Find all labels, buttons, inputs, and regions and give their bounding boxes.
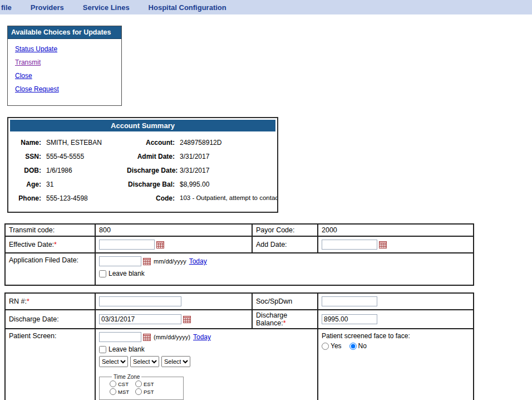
summary-name-label: Name: xyxy=(14,139,41,147)
menu-item-hospital-configuration[interactable]: Hospital Configuration xyxy=(149,3,226,12)
patient-screen-select-1[interactable]: Select xyxy=(99,356,128,367)
discharge-date-cell xyxy=(95,310,252,329)
application-filed-date-row: Application Filed Date: mm/dd/yyyy Today… xyxy=(5,253,474,285)
summary-dob-value: 1/6/1986 xyxy=(46,167,122,174)
leave-blank-label: Leave blank xyxy=(109,345,145,353)
timezone-cst-option[interactable]: CST xyxy=(110,381,135,387)
summary-name-value: SMITH, ESTEBAN xyxy=(46,139,122,147)
calendar-icon[interactable] xyxy=(143,334,151,341)
calendar-icon[interactable] xyxy=(143,258,151,265)
effective-date-row: Effective Date:* Add Date: xyxy=(5,236,474,253)
summary-ssn-value: 555-45-5555 xyxy=(46,153,122,160)
menu-item-service-lines[interactable]: Service Lines xyxy=(83,3,130,12)
available-choices-title: Available Choices for Updates xyxy=(8,26,121,39)
patient-screen-label: Patient Screen: xyxy=(5,329,95,400)
transmit-code-row: Transmit code: 800 Payor Code: 2000 xyxy=(5,224,474,236)
timezone-est-radio[interactable] xyxy=(135,381,142,387)
discharge-date-input[interactable] xyxy=(99,314,181,324)
patient-screen-date-input[interactable] xyxy=(99,332,141,342)
summary-admit-date-label: Admit Date: xyxy=(127,153,175,160)
link-close[interactable]: Close xyxy=(15,72,121,80)
soc-spdwn-input[interactable] xyxy=(322,296,377,306)
payor-code-label: Payor Code: xyxy=(252,224,318,236)
discharge-row: Discharge Date: Discharge Balance:* xyxy=(5,310,474,329)
summary-code-label: Code: xyxy=(127,194,175,202)
timezone-est-option[interactable]: EST xyxy=(135,381,161,387)
timezone-pst-radio[interactable] xyxy=(135,388,142,395)
account-summary-title: Account Summary xyxy=(10,120,275,131)
timezone-mst-radio[interactable] xyxy=(110,388,116,395)
time-zone-legend: Time Zone xyxy=(112,374,141,380)
application-filed-date-input[interactable] xyxy=(99,256,141,266)
summary-phone-value: 555-123-4598 xyxy=(46,194,122,202)
application-filed-today-link[interactable]: Today xyxy=(189,257,207,265)
summary-account-label: Account: xyxy=(127,139,175,147)
summary-discharge-date-label: Discharge Date: xyxy=(127,167,175,174)
discharge-date-label: Discharge Date: xyxy=(5,310,95,329)
effective-date-input[interactable] xyxy=(99,240,155,250)
transmit-code-label: Transmit code: xyxy=(5,224,95,236)
rn-label: RN #:* xyxy=(5,293,95,310)
face-to-face-no-option[interactable]: No xyxy=(349,342,367,350)
time-zone-options: CST EST MST PST xyxy=(110,381,183,395)
required-asterisk: * xyxy=(54,241,57,248)
application-filed-date-cell: mm/dd/yyyy Today Leave blank xyxy=(95,253,474,285)
available-choices-links: Status Update Transmit Close Close Reque… xyxy=(8,39,121,105)
patient-screen-leave-blank-checkbox[interactable] xyxy=(99,346,106,353)
summary-account-value: 2489758912D xyxy=(180,139,278,147)
face-to-face-no-radio[interactable] xyxy=(349,343,357,350)
required-asterisk: * xyxy=(27,297,29,305)
summary-discharge-bal-label: Discharge Bal: xyxy=(127,181,175,188)
summary-discharge-bal-value: $8,995.00 xyxy=(180,181,278,188)
add-date-cell xyxy=(318,236,474,253)
application-filed-leave-blank-checkbox[interactable] xyxy=(99,270,106,277)
face-to-face-yes-radio[interactable] xyxy=(322,343,329,350)
summary-discharge-date-value: 3/31/2017 xyxy=(180,167,278,174)
face-to-face-yes-option[interactable]: Yes xyxy=(322,342,342,350)
patient-screen-cell: (mm/dd/yyyy) Today Leave blank Select Se… xyxy=(95,329,318,400)
patient-screen-select-3[interactable]: Select xyxy=(161,356,190,367)
face-to-face-cell: Patient screened face to face: Yes No xyxy=(318,329,474,400)
add-date-input[interactable] xyxy=(322,240,377,250)
discharge-balance-label: Discharge Balance:* xyxy=(252,310,318,329)
timezone-mst-option[interactable]: MST xyxy=(110,388,135,395)
summary-code-value: 103 - Outpatient, attempt to contact xyxy=(180,194,278,202)
face-to-face-question: Patient screened face to face: xyxy=(322,332,470,340)
soc-spdwn-label: Soc/SpDwn xyxy=(252,293,318,310)
payor-code-value: 2000 xyxy=(318,224,474,236)
summary-ssn-label: SSN: xyxy=(14,153,41,160)
account-summary-panel: Account Summary Name: SMITH, ESTEBAN Acc… xyxy=(7,117,278,213)
calendar-icon[interactable] xyxy=(156,241,164,248)
rn-row: RN #:* Soc/SpDwn xyxy=(5,293,474,310)
date-format-hint: (mm/dd/yyyy) xyxy=(154,334,190,340)
link-transmit[interactable]: Transmit xyxy=(15,58,121,66)
calendar-icon[interactable] xyxy=(183,316,191,323)
application-filed-date-label: Application Filed Date: xyxy=(5,253,95,285)
patient-screen-today-link[interactable]: Today xyxy=(193,333,211,341)
summary-age-value: 31 xyxy=(46,181,122,188)
time-zone-fieldset: Time Zone CST EST MST PST xyxy=(99,374,184,400)
summary-dob-label: DOB: xyxy=(14,167,41,174)
link-status-update[interactable]: Status Update xyxy=(15,45,121,53)
soc-spdwn-cell xyxy=(318,293,474,310)
timezone-cst-radio[interactable] xyxy=(110,381,116,387)
timezone-pst-option[interactable]: PST xyxy=(135,388,161,395)
date-format-hint: mm/dd/yyyy xyxy=(154,258,186,265)
link-close-request[interactable]: Close Request xyxy=(15,85,121,93)
effective-date-cell xyxy=(95,236,252,253)
calendar-icon[interactable] xyxy=(379,241,387,248)
add-date-label: Add Date: xyxy=(252,236,318,253)
rn-cell xyxy=(95,293,252,310)
discharge-form-table: RN #:* Soc/SpDwn Discharge Date: Dischar… xyxy=(4,292,474,400)
required-asterisk: * xyxy=(283,319,286,327)
menu-item-providers[interactable]: Providers xyxy=(31,3,64,12)
menu-item-file[interactable]: file xyxy=(1,3,12,12)
discharge-balance-input[interactable] xyxy=(322,314,377,324)
leave-blank-label: Leave blank xyxy=(109,270,145,277)
rn-number-input[interactable] xyxy=(99,296,181,306)
effective-date-label: Effective Date:* xyxy=(5,236,95,253)
face-to-face-options: Yes No xyxy=(322,342,470,350)
patient-screen-select-2[interactable]: Select xyxy=(130,356,159,367)
account-summary-grid: Name: SMITH, ESTEBAN Account: 2489758912… xyxy=(10,131,275,210)
transmit-code-value: 800 xyxy=(95,224,252,236)
